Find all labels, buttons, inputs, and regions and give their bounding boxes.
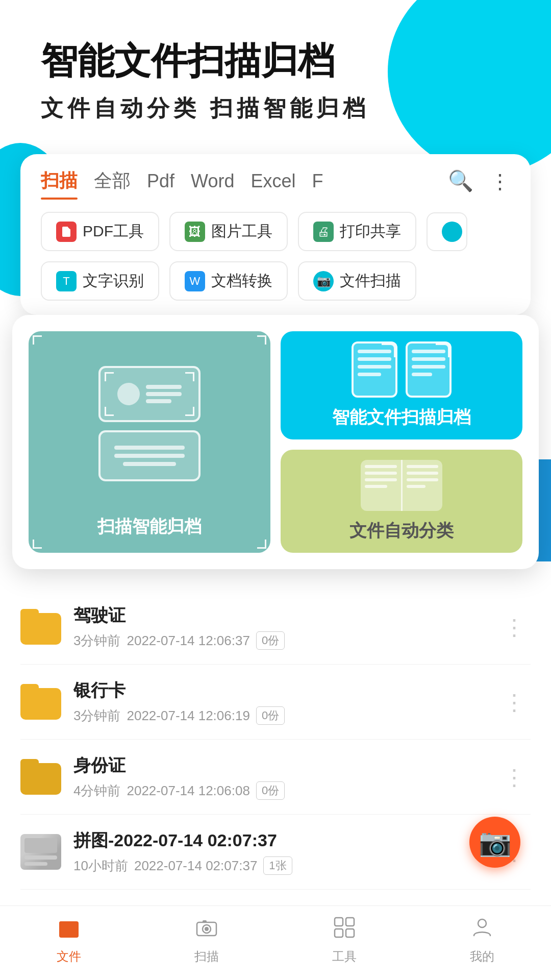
feature-card-file-scan[interactable]: 智能文件扫描归档 xyxy=(281,331,522,439)
feature-card-scan-archive[interactable]: 扫描智能归档 xyxy=(29,331,270,553)
svg-rect-6 xyxy=(346,918,354,926)
image-tool-button[interactable]: 🖼 图片工具 xyxy=(169,212,288,251)
folder-body-1 xyxy=(20,613,61,645)
nav-item-files[interactable]: 文件 xyxy=(0,916,138,965)
file-name-2: 银行卡 xyxy=(73,679,486,702)
file-badge-1: 0份 xyxy=(256,631,285,650)
doc-line-3 xyxy=(146,399,171,403)
file-info-1: 驾驶证 3分钟前 2022-07-14 12:06:37 0份 xyxy=(73,604,486,650)
app-card: 扫描 全部 Pdf Word Excel F 🔍 ⋮ PDF工具 🖼 图片工具 … xyxy=(20,154,531,315)
bline-2 xyxy=(365,472,397,475)
corner-tl xyxy=(105,372,114,381)
tab-pdf[interactable]: Pdf xyxy=(147,170,174,198)
nav-item-profile[interactable]: 我的 xyxy=(413,916,551,965)
feature-popup: 扫描智能归档 智能文件扫描归档 xyxy=(12,315,539,569)
file-name-3: 身份证 xyxy=(73,754,486,777)
feature-card-auto-classify[interactable]: 文件自动分类 xyxy=(281,450,522,553)
tab-excel[interactable]: Excel xyxy=(251,170,295,198)
folder-icon-2 xyxy=(20,684,61,720)
doc-line-e xyxy=(412,350,445,353)
doc-line-g xyxy=(412,365,445,369)
nav-camera-icon xyxy=(195,916,218,944)
nav-label-files: 文件 xyxy=(57,948,81,965)
svg-rect-5 xyxy=(335,918,343,926)
file-thumb-4 xyxy=(20,834,61,870)
extra-tool-button[interactable] xyxy=(427,212,467,251)
file-item-shenfenzheng: 身份证 4分钟前 2022-07-14 12:06:08 0份 ⋮ xyxy=(20,740,531,815)
svg-rect-4 xyxy=(203,920,207,923)
bline-7 xyxy=(407,478,439,481)
tab-word[interactable]: Word xyxy=(191,170,234,198)
bline-8 xyxy=(407,485,426,488)
file-date-4: 2022-07-14 02:07:37 xyxy=(134,858,257,874)
doc-line-f xyxy=(412,357,445,361)
nav-label-scan: 扫描 xyxy=(194,948,219,965)
file-meta-3: 4分钟前 2022-07-14 12:06:08 0份 xyxy=(73,781,486,800)
file-date-2: 2022-07-14 12:06:19 xyxy=(127,708,249,724)
id-card-icon xyxy=(98,366,201,422)
tab-all[interactable]: 全部 xyxy=(94,168,131,200)
folder-icon-1 xyxy=(20,609,61,645)
svg-point-3 xyxy=(205,927,209,931)
file-menu-2[interactable]: ⋮ xyxy=(498,684,531,720)
tool-row-2: T 文字识别 W 文档转换 📷 文件扫描 xyxy=(20,251,531,315)
folder-body-3 xyxy=(20,763,61,795)
bline-3 xyxy=(365,478,397,481)
doc-line-b xyxy=(358,357,391,361)
tab-f[interactable]: F xyxy=(312,170,323,198)
file-date-3: 2022-07-14 12:06:08 xyxy=(127,783,249,799)
doc-line-d xyxy=(358,373,381,376)
scan-line-1 xyxy=(114,446,185,450)
file-meta-2: 3分钟前 2022-07-14 12:06:19 0份 xyxy=(73,706,486,725)
tool-row-1: PDF工具 🖼 图片工具 🖨 打印共享 xyxy=(20,200,531,251)
doc-line-1 xyxy=(146,385,182,389)
doc-card-icon xyxy=(98,430,201,481)
book-page-left xyxy=(361,460,401,511)
file-time-4: 10小时前 xyxy=(73,857,128,875)
pdf-tool-button[interactable]: PDF工具 xyxy=(41,212,159,251)
hero-subtitle: 文件自动分类 扫描智能归档 xyxy=(41,93,520,124)
bottom-nav: 文件 扫描 工具 xyxy=(0,905,551,980)
file-name-1: 驾驶证 xyxy=(73,604,486,627)
scan-icons xyxy=(98,346,201,502)
file-info-2: 银行卡 3分钟前 2022-07-14 12:06:19 0份 xyxy=(73,679,486,725)
corner-br xyxy=(185,407,194,416)
doc-line-c xyxy=(358,365,391,369)
file-meta-4: 10小时前 2022-07-14 02:07:37 1张 xyxy=(73,856,486,875)
convert-tool-button[interactable]: W 文档转换 xyxy=(169,261,288,301)
nav-item-tools[interactable]: 工具 xyxy=(276,916,413,965)
search-icon[interactable]: 🔍 xyxy=(448,169,473,199)
thumb-line-2 xyxy=(24,862,47,866)
thumb-content xyxy=(20,834,61,870)
scan-archive-label: 扫描智能归档 xyxy=(97,515,202,538)
pdf-icon xyxy=(56,222,77,242)
folder-icon-3 xyxy=(20,759,61,795)
svg-rect-8 xyxy=(346,929,354,937)
file-time-2: 3分钟前 xyxy=(73,707,120,725)
file-time-3: 4分钟前 xyxy=(73,782,120,800)
bline-6 xyxy=(407,472,439,475)
ocr-tool-button[interactable]: T 文字识别 xyxy=(41,261,159,301)
nav-label-profile: 我的 xyxy=(470,948,494,965)
bline-4 xyxy=(365,485,387,488)
file-badge-3: 0份 xyxy=(256,781,285,800)
file-menu-3[interactable]: ⋮ xyxy=(498,759,531,795)
nav-folder-icon xyxy=(58,916,80,944)
file-item-jiashizheng: 驾驶证 3分钟前 2022-07-14 12:06:37 0份 ⋮ xyxy=(20,590,531,665)
file-menu-1[interactable]: ⋮ xyxy=(498,609,531,645)
filescan-tool-button[interactable]: 📷 文件扫描 xyxy=(298,261,416,301)
corner-bl-2 xyxy=(33,540,42,549)
fab-camera-button[interactable]: 📷 xyxy=(469,817,520,868)
image-icon: 🖼 xyxy=(185,222,205,242)
ocr-tool-label: 文字识别 xyxy=(83,271,144,291)
nav-item-scan[interactable]: 扫描 xyxy=(138,916,276,965)
file-time-1: 3分钟前 xyxy=(73,632,120,650)
file-item-puzzle: 拼图-2022-07-14 02:07:37 10小时前 2022-07-14 … xyxy=(20,815,531,890)
tab-scan[interactable]: 扫描 xyxy=(41,168,78,200)
file-scan-label: 智能文件扫描归档 xyxy=(332,406,471,429)
bline-1 xyxy=(365,465,397,468)
corner-tr xyxy=(185,372,194,381)
more-icon[interactable]: ⋮ xyxy=(490,169,510,199)
print-tool-button[interactable]: 🖨 打印共享 xyxy=(298,212,416,251)
print-icon: 🖨 xyxy=(313,222,334,242)
